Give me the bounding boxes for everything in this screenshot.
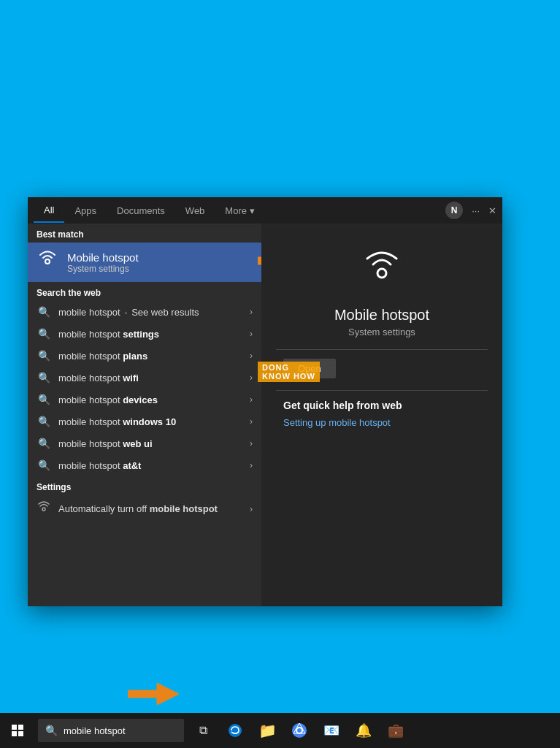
- avatar: N: [445, 202, 463, 219]
- search-icon-1: 🔍: [37, 328, 51, 340]
- tab-documents[interactable]: Documents: [107, 199, 175, 222]
- close-button[interactable]: ✕: [488, 205, 496, 216]
- web-result-7[interactable]: 🔍 mobile hotspot at&t ›: [28, 454, 261, 476]
- chevron-icon-6: ›: [250, 438, 253, 449]
- result-text-0: mobile hotspot - See web results: [58, 307, 242, 318]
- taskbar-arrow-annotation: [128, 679, 179, 711]
- arrow-annotation: [258, 246, 261, 278]
- chrome-icon[interactable]: [283, 713, 315, 748]
- edge-icon[interactable]: [219, 713, 251, 748]
- right-subtitle: System settings: [348, 327, 415, 337]
- result-text-7: mobile hotspot at&t: [58, 460, 242, 471]
- result-text-1: mobile hotspot settings: [58, 329, 242, 340]
- search-icon-2: 🔍: [37, 350, 51, 362]
- hotspot-icon: [37, 250, 58, 275]
- chevron-icon-4: ›: [250, 394, 253, 405]
- task-view-button[interactable]: ⧉: [187, 713, 219, 748]
- settings-item-text: Automatically turn off mobile hotspot: [58, 503, 242, 516]
- left-panel: Best match Mobile hotspot System setting…: [28, 224, 261, 606]
- taskbar: 🔍 mobile hotspot ⧉ 📁 📧 🔔 💼: [0, 713, 560, 748]
- security-icon[interactable]: 🔔: [348, 713, 380, 748]
- tab-apps[interactable]: Apps: [64, 199, 107, 222]
- search-window: All Apps Documents Web More ▾ N ··· ✕ Be…: [28, 197, 502, 606]
- start-button[interactable]: [0, 713, 35, 748]
- chevron-icon-7: ›: [250, 460, 253, 470]
- best-match-subtitle: System settings: [67, 264, 139, 274]
- tab-more[interactable]: More ▾: [215, 199, 264, 222]
- right-divider: [276, 349, 488, 350]
- watermark: DONGKNOW HOW: [258, 362, 320, 382]
- taskbar-search-icon: 🔍: [45, 725, 58, 736]
- web-result-6[interactable]: 🔍 mobile hotspot web ui ›: [28, 432, 261, 454]
- svg-point-3: [377, 269, 386, 278]
- settings-label: Settings: [28, 476, 261, 495]
- settings-auto-off[interactable]: Automatically turn off mobile hotspot ›: [28, 495, 261, 523]
- tab-bar: All Apps Documents Web More ▾ N ··· ✕: [28, 197, 502, 224]
- search-icon-7: 🔍: [37, 459, 51, 471]
- help-link[interactable]: Setting up mobile hotspot: [283, 417, 391, 428]
- best-match-title: Mobile hotspot: [67, 251, 139, 264]
- mail-icon[interactable]: 💼: [380, 713, 412, 748]
- right-panel: Mobile hotspot System settings Open Get …: [261, 224, 502, 606]
- main-area: Best match Mobile hotspot System setting…: [28, 224, 502, 606]
- chevron-icon-3: ›: [250, 373, 253, 383]
- result-text-3: mobile hotspot wifi: [58, 373, 242, 383]
- search-icon-4: 🔍: [37, 394, 51, 405]
- best-match-label: Best match: [28, 224, 261, 243]
- web-result-4[interactable]: 🔍 mobile hotspot devices ›: [28, 389, 261, 411]
- search-icon-3: 🔍: [37, 372, 51, 383]
- web-result-3[interactable]: 🔍 mobile hotspot wifi ›: [28, 367, 261, 389]
- svg-point-5: [229, 724, 242, 737]
- chevron-icon-5: ›: [250, 416, 253, 427]
- result-text-6: mobile hotspot web ui: [58, 438, 242, 449]
- hotspot-settings-icon: [37, 501, 51, 517]
- taskbar-search-text: mobile hotspot: [64, 725, 177, 736]
- right-hotspot-icon: [360, 245, 404, 298]
- svg-marker-1: [258, 250, 261, 272]
- search-icon-5: 🔍: [37, 416, 51, 427]
- outlook-icon[interactable]: 📧: [315, 713, 348, 748]
- web-result-2[interactable]: 🔍 mobile hotspot plans ›: [28, 345, 261, 367]
- result-text-5: mobile hotspot windows 10: [58, 416, 242, 427]
- svg-point-0: [45, 259, 50, 264]
- more-button[interactable]: ···: [472, 205, 480, 216]
- settings-chevron-icon: ›: [250, 504, 253, 514]
- best-match-item[interactable]: Mobile hotspot System settings: [28, 243, 261, 282]
- search-web-label: Search the web: [28, 282, 261, 301]
- taskbar-search-bar[interactable]: 🔍 mobile hotspot: [38, 719, 184, 742]
- result-text-2: mobile hotspot plans: [58, 351, 242, 362]
- svg-point-8: [297, 728, 302, 733]
- tab-actions: N ··· ✕: [445, 202, 496, 219]
- file-explorer-icon[interactable]: 📁: [251, 713, 283, 748]
- best-match-text: Mobile hotspot System settings: [67, 251, 139, 274]
- help-title: Get quick help from web: [283, 400, 402, 411]
- tab-web[interactable]: Web: [175, 199, 215, 222]
- web-result-5[interactable]: 🔍 mobile hotspot windows 10 ›: [28, 411, 261, 432]
- search-icon-6: 🔍: [37, 438, 51, 449]
- right-divider-2: [276, 390, 488, 391]
- search-icon-0: 🔍: [37, 306, 51, 318]
- web-result-0[interactable]: 🔍 mobile hotspot - See web results ›: [28, 301, 261, 323]
- chevron-icon-1: ›: [250, 329, 253, 339]
- windows-logo-icon: [12, 725, 23, 736]
- web-result-1[interactable]: 🔍 mobile hotspot settings ›: [28, 323, 261, 345]
- result-text-4: mobile hotspot devices: [58, 394, 242, 405]
- chevron-icon-2: ›: [250, 351, 253, 361]
- right-title: Mobile hotspot: [334, 307, 429, 324]
- tab-all[interactable]: All: [34, 199, 64, 223]
- svg-marker-4: [128, 683, 179, 705]
- chevron-icon-0: ›: [250, 307, 253, 317]
- svg-point-2: [42, 508, 45, 511]
